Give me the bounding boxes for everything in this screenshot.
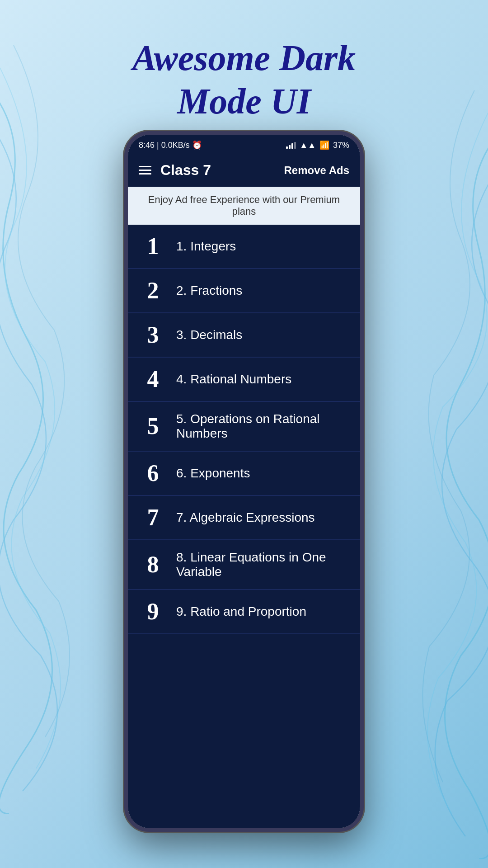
chapter-title: 9. Ratio and Proportion [176,604,347,619]
chapter-title: 6. Exponents [176,466,347,481]
chapter-item[interactable]: 66. Exponents [128,452,360,496]
hamburger-line-3 [139,173,151,175]
wave-decoration-right [407,90,488,859]
chapter-number: 9 [141,600,165,623]
chapter-number: 2 [141,279,165,302]
signal-icon [286,142,296,149]
chapter-item[interactable]: 77. Algebraic Expressions [128,496,360,540]
app-bar-title: Class 7 [160,162,211,179]
status-right: ▲▲ 📶 37% [286,140,349,150]
battery-level: 37% [333,141,349,150]
chapter-title: 7. Algebraic Expressions [176,510,347,525]
status-data: 0.0KB/s [161,141,190,150]
status-time-data: 8:46 | 0.0KB/s ⏰ [139,140,202,150]
chapter-number: 1 [141,235,165,258]
chapter-item[interactable]: 33. Decimals [128,313,360,358]
ad-banner-text: Enjoy Ad free Experience with our Premiu… [148,194,340,217]
hamburger-line-1 [139,166,151,167]
chapters-list: 11. Integers22. Fractions33. Decimals44.… [128,225,360,828]
chapter-item[interactable]: 22. Fractions [128,269,360,313]
chapter-number: 4 [141,368,165,391]
wifi-signal-icon: 📶 [319,140,329,150]
wifi-icon: ▲▲ [300,141,316,150]
wave-decoration-left [0,45,72,814]
chapter-title: 5. Operations on Rational Numbers [176,412,347,441]
chapter-title: 8. Linear Equations in One Variable [176,550,347,579]
remove-ads-button[interactable]: Remove Ads [284,164,350,177]
chapter-title: 4. Rational Numbers [176,372,347,387]
chapter-number: 7 [141,506,165,529]
app-bar: Class 7 Remove Ads [128,154,360,187]
chapter-item[interactable]: 99. Ratio and Proportion [128,590,360,634]
page-title-line2: Mode UI [177,81,311,121]
chapter-item[interactable]: 44. Rational Numbers [128,358,360,402]
chapter-number: 5 [141,415,165,438]
chapter-number: 8 [141,553,165,576]
chapter-title: 2. Fractions [176,283,347,298]
chapter-item[interactable]: 11. Integers [128,225,360,269]
chapter-title: 1. Integers [176,239,347,254]
phone-frame: 8:46 | 0.0KB/s ⏰ ▲▲ 📶 37% [124,131,364,832]
hamburger-menu[interactable] [139,166,151,175]
chapter-number: 6 [141,462,165,485]
chapter-item[interactable]: 55. Operations on Rational Numbers [128,402,360,452]
status-time: 8:46 [139,141,155,150]
chapter-item[interactable]: 88. Linear Equations in One Variable [128,540,360,590]
hamburger-line-2 [139,170,151,171]
page-title-line1: Awesome Dark [132,38,356,78]
ad-banner: Enjoy Ad free Experience with our Premiu… [128,187,360,225]
chapter-number: 3 [141,323,165,347]
chapter-title: 3. Decimals [176,328,347,342]
status-bar: 8:46 | 0.0KB/s ⏰ ▲▲ 📶 37% [128,135,360,154]
